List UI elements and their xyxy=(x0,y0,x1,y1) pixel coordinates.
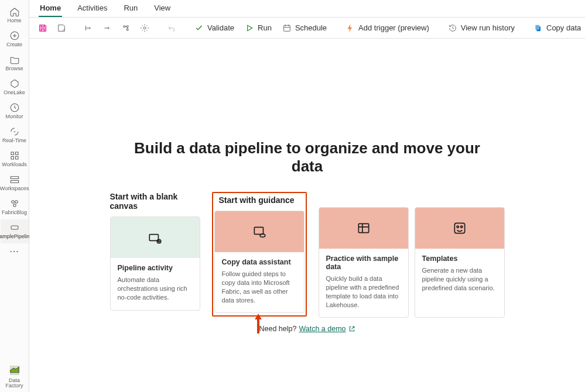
card-desc: Generate a new data pipeline quickly usi… xyxy=(422,266,497,293)
card-templates[interactable]: Templates Generate a new data pipeline q… xyxy=(415,207,505,318)
history-icon xyxy=(448,23,457,33)
main-area: Home Activities Run View V xyxy=(29,0,585,392)
section-guidance: Start with guidance Copy data assistant … xyxy=(212,192,307,317)
sidebar-label: Real-Time xyxy=(2,138,26,143)
tab-home[interactable]: Home xyxy=(39,4,62,17)
sidebar-item-workspaces[interactable]: Workspaces xyxy=(1,171,29,195)
sidebar-footer-datafactory[interactable]: Data Factory xyxy=(1,361,29,392)
sidebar-item-realtime[interactable]: Real-Time xyxy=(1,123,29,147)
branch-icon xyxy=(121,23,131,33)
onelake-icon xyxy=(9,78,20,89)
sidebar-label: Data Factory xyxy=(1,378,29,388)
hero-title: Build a data pipeline to organize and mo… xyxy=(117,139,498,176)
save-as-button[interactable] xyxy=(54,21,69,35)
svg-rect-15 xyxy=(535,25,539,29)
tab-view[interactable]: View xyxy=(153,4,172,17)
card-title: Templates xyxy=(422,255,497,263)
copy-data-button[interactable]: Copy data xyxy=(530,21,585,35)
card-copy-data-assistant[interactable]: Copy data assistant Follow guided steps … xyxy=(214,211,305,313)
sidebar-item-samplepipeline[interactable]: SamplePipeline xyxy=(1,219,29,243)
view-history-button[interactable]: View run history xyxy=(444,21,518,35)
sidebar-more[interactable]: ⋯ xyxy=(9,243,19,262)
copy-assistant-icon xyxy=(252,224,267,239)
card-pipeline-activity[interactable]: Pipeline activity Automate data orchestr… xyxy=(110,216,200,311)
sidebar-item-home[interactable]: Home xyxy=(1,4,29,27)
pipeline-icon xyxy=(9,222,20,233)
sidebar-item-monitor[interactable]: Monitor xyxy=(1,99,29,123)
svg-point-28 xyxy=(460,226,462,228)
gear-icon xyxy=(140,23,149,33)
calendar-icon xyxy=(282,23,292,33)
svg-point-8 xyxy=(11,201,14,204)
card-desc: Automate data orchestrations using rich … xyxy=(118,276,193,302)
card-title: Practice with sample data xyxy=(326,255,401,271)
validate-button[interactable]: Validate xyxy=(191,21,238,35)
check-icon xyxy=(194,23,204,33)
tab-activities[interactable]: Activities xyxy=(76,4,108,17)
svg-rect-5 xyxy=(15,157,18,160)
realtime-icon xyxy=(9,126,20,137)
workspaces-icon xyxy=(9,174,20,185)
schedule-button[interactable]: Schedule xyxy=(279,21,330,35)
svg-rect-21 xyxy=(149,235,158,241)
demo-link-label: Watch a demo xyxy=(299,325,345,333)
sidebar-label: FabricBlog xyxy=(2,210,27,215)
branch-button[interactable] xyxy=(118,21,134,35)
sidebar-item-workloads[interactable]: Workloads xyxy=(1,147,29,171)
watch-demo-link[interactable]: Watch a demo xyxy=(299,325,355,333)
sidebar-item-onelake[interactable]: OneLake xyxy=(1,75,29,99)
home-icon xyxy=(9,6,20,17)
undo-icon xyxy=(167,23,176,33)
sidebar-label: SamplePipeline xyxy=(0,234,33,239)
plus-circle-icon xyxy=(9,30,20,41)
svg-rect-3 xyxy=(15,152,18,155)
add-trigger-button[interactable]: Add trigger (preview) xyxy=(342,21,433,35)
svg-rect-11 xyxy=(11,226,18,229)
workloads-icon xyxy=(9,150,20,161)
svg-point-9 xyxy=(15,201,18,204)
play-icon xyxy=(245,23,254,33)
sidebar-item-browse[interactable]: Browse xyxy=(1,51,29,75)
copy-data-icon xyxy=(533,23,543,33)
section-title-guidance: Start with guidance xyxy=(213,193,305,205)
section-guidance-rest: Practice with sample data Quickly build … xyxy=(319,192,505,318)
sidebar-label: Workspaces xyxy=(0,186,29,191)
sidebar-label: Workloads xyxy=(2,162,26,167)
section-blank: Start with a blank canvas Pipeline activ… xyxy=(110,192,200,311)
guidance-highlight-box: Start with guidance Copy data assistant … xyxy=(212,192,307,317)
save-button[interactable] xyxy=(35,21,50,35)
arrow-right-button[interactable] xyxy=(100,21,115,35)
arrow-right-icon xyxy=(102,23,112,33)
sidebar-label: OneLake xyxy=(4,90,25,95)
hero-section: Build a data pipeline to organize and mo… xyxy=(117,139,498,333)
left-sidebar: Home Create Browse OneLake Monitor Real-… xyxy=(0,0,29,392)
ribbon-label: Schedule xyxy=(295,23,327,32)
ribbon-toolbar: Validate Run Schedule Add trigger (previ… xyxy=(29,18,585,39)
folder-icon xyxy=(9,54,20,65)
need-help-text: Need help? xyxy=(259,325,296,333)
tab-run[interactable]: Run xyxy=(122,4,139,17)
undo-button[interactable] xyxy=(164,21,179,35)
activity-icon xyxy=(148,230,163,245)
ribbon-label: View run history xyxy=(461,23,515,32)
external-link-icon xyxy=(348,325,355,332)
card-practice-sample[interactable]: Practice with sample data Quickly build … xyxy=(319,207,409,318)
save-icon xyxy=(38,23,47,33)
sidebar-item-create[interactable]: Create xyxy=(1,27,29,51)
ribbon-label: Add trigger (preview) xyxy=(358,23,429,32)
help-row: Need help? Watch a demo xyxy=(117,325,498,333)
bolt-icon xyxy=(345,23,355,33)
svg-rect-25 xyxy=(358,223,368,232)
svg-point-10 xyxy=(13,204,16,207)
save-as-icon xyxy=(57,23,66,33)
settings-button[interactable] xyxy=(137,21,152,35)
sidebar-label: Browse xyxy=(5,66,23,71)
svg-rect-6 xyxy=(11,177,19,179)
sidebar-label: Create xyxy=(6,42,22,47)
ribbon-label: Copy data xyxy=(546,23,581,32)
card-desc: Quickly build a data pipeline with a pre… xyxy=(326,274,401,309)
svg-rect-7 xyxy=(11,181,19,183)
run-button[interactable]: Run xyxy=(241,21,275,35)
expand-left-button[interactable] xyxy=(81,21,96,35)
sidebar-item-fabricblog[interactable]: FabricBlog xyxy=(1,195,29,219)
